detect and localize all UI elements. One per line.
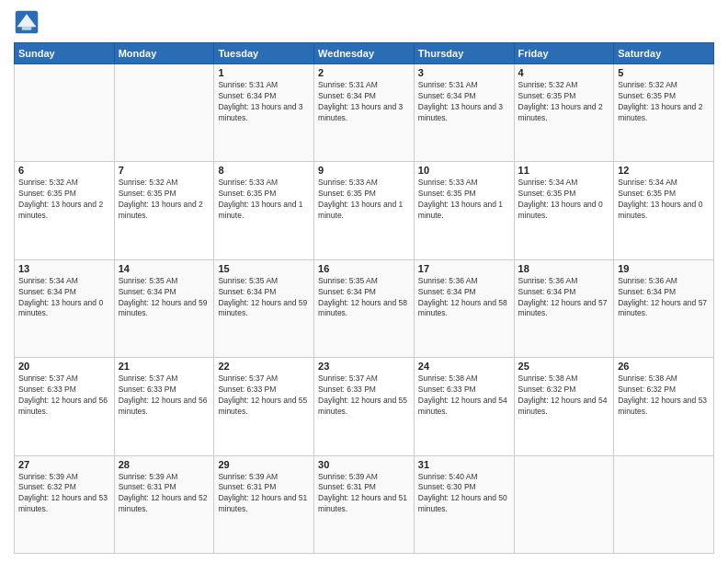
calendar-cell: 12Sunrise: 5:34 AMSunset: 6:35 PMDayligh… — [614, 162, 714, 259]
day-number: 20 — [18, 361, 110, 372]
calendar-cell: 16Sunrise: 5:35 AMSunset: 6:34 PMDayligh… — [314, 259, 415, 357]
day-number: 11 — [518, 165, 610, 176]
calendar-cell: 20Sunrise: 5:37 AMSunset: 6:33 PMDayligh… — [15, 358, 115, 455]
calendar-cell: 6Sunrise: 5:32 AMSunset: 6:35 PMDaylight… — [15, 162, 115, 259]
calendar-cell: 7Sunrise: 5:32 AMSunset: 6:35 PMDaylight… — [114, 162, 214, 259]
header — [14, 9, 714, 35]
calendar-cell: 9Sunrise: 5:33 AMSunset: 6:35 PMDaylight… — [314, 162, 415, 259]
day-info: Sunrise: 5:32 AMSunset: 6:35 PMDaylight:… — [618, 80, 710, 124]
day-number: 18 — [518, 263, 610, 274]
calendar-cell: 21Sunrise: 5:37 AMSunset: 6:33 PMDayligh… — [114, 358, 214, 455]
day-number: 29 — [218, 459, 310, 470]
day-info: Sunrise: 5:35 AMSunset: 6:34 PMDaylight:… — [119, 276, 210, 320]
weekday-header: Sunday — [15, 43, 115, 64]
day-info: Sunrise: 5:36 AMSunset: 6:34 PMDaylight:… — [518, 276, 610, 320]
calendar-cell: 4Sunrise: 5:32 AMSunset: 6:35 PMDaylight… — [514, 64, 614, 162]
calendar-table: SundayMondayTuesdayWednesdayThursdayFrid… — [14, 42, 714, 554]
calendar-cell: 17Sunrise: 5:36 AMSunset: 6:34 PMDayligh… — [414, 259, 514, 357]
calendar-cell — [114, 64, 214, 162]
calendar-cell: 18Sunrise: 5:36 AMSunset: 6:34 PMDayligh… — [514, 259, 614, 357]
day-info: Sunrise: 5:31 AMSunset: 6:34 PMDaylight:… — [418, 80, 510, 124]
day-info: Sunrise: 5:38 AMSunset: 6:33 PMDaylight:… — [418, 373, 510, 418]
day-info: Sunrise: 5:37 AMSunset: 6:33 PMDaylight:… — [318, 373, 410, 418]
day-info: Sunrise: 5:39 AMSunset: 6:32 PMDaylight:… — [18, 472, 110, 516]
day-info: Sunrise: 5:33 AMSunset: 6:35 PMDaylight:… — [318, 178, 410, 222]
day-number: 26 — [618, 361, 710, 372]
day-info: Sunrise: 5:34 AMSunset: 6:35 PMDaylight:… — [618, 178, 710, 222]
logo-icon — [14, 9, 40, 35]
calendar-cell: 28Sunrise: 5:39 AMSunset: 6:31 PMDayligh… — [114, 455, 214, 553]
day-number: 16 — [318, 263, 410, 274]
day-number: 13 — [18, 263, 110, 274]
calendar-cell: 25Sunrise: 5:38 AMSunset: 6:32 PMDayligh… — [514, 358, 614, 455]
day-info: Sunrise: 5:37 AMSunset: 6:33 PMDaylight:… — [218, 373, 310, 418]
day-info: Sunrise: 5:36 AMSunset: 6:34 PMDaylight:… — [618, 276, 710, 320]
day-info: Sunrise: 5:37 AMSunset: 6:33 PMDaylight:… — [119, 373, 210, 418]
day-info: Sunrise: 5:35 AMSunset: 6:34 PMDaylight:… — [318, 276, 410, 320]
weekday-header: Wednesday — [314, 43, 415, 64]
day-info: Sunrise: 5:34 AMSunset: 6:34 PMDaylight:… — [18, 276, 110, 320]
calendar-cell: 31Sunrise: 5:40 AMSunset: 6:30 PMDayligh… — [414, 455, 514, 553]
calendar-cell: 23Sunrise: 5:37 AMSunset: 6:33 PMDayligh… — [314, 358, 415, 455]
logo — [14, 9, 43, 35]
day-info: Sunrise: 5:31 AMSunset: 6:34 PMDaylight:… — [218, 80, 310, 124]
weekday-header: Thursday — [414, 43, 514, 64]
calendar-cell: 11Sunrise: 5:34 AMSunset: 6:35 PMDayligh… — [514, 162, 614, 259]
day-info: Sunrise: 5:37 AMSunset: 6:33 PMDaylight:… — [18, 373, 110, 418]
weekday-header: Monday — [114, 43, 214, 64]
day-number: 27 — [18, 459, 110, 470]
day-info: Sunrise: 5:35 AMSunset: 6:34 PMDaylight:… — [218, 276, 310, 320]
day-info: Sunrise: 5:33 AMSunset: 6:35 PMDaylight:… — [218, 178, 310, 222]
day-number: 5 — [618, 67, 710, 78]
calendar-cell: 29Sunrise: 5:39 AMSunset: 6:31 PMDayligh… — [214, 455, 314, 553]
calendar-cell — [15, 64, 115, 162]
day-number: 19 — [618, 263, 710, 274]
day-number: 7 — [119, 165, 210, 176]
day-number: 21 — [119, 361, 210, 372]
day-number: 6 — [18, 165, 110, 176]
day-info: Sunrise: 5:34 AMSunset: 6:35 PMDaylight:… — [518, 178, 610, 222]
day-info: Sunrise: 5:38 AMSunset: 6:32 PMDaylight:… — [518, 373, 610, 418]
day-number: 15 — [218, 263, 310, 274]
calendar-cell — [614, 455, 714, 553]
calendar-cell: 10Sunrise: 5:33 AMSunset: 6:35 PMDayligh… — [414, 162, 514, 259]
day-number: 3 — [418, 67, 510, 78]
day-number: 2 — [318, 67, 410, 78]
day-number: 1 — [218, 67, 310, 78]
calendar-cell: 2Sunrise: 5:31 AMSunset: 6:34 PMDaylight… — [314, 64, 415, 162]
day-number: 22 — [218, 361, 310, 372]
day-number: 30 — [318, 459, 410, 470]
day-info: Sunrise: 5:36 AMSunset: 6:34 PMDaylight:… — [418, 276, 510, 320]
day-number: 14 — [119, 263, 210, 274]
day-info: Sunrise: 5:39 AMSunset: 6:31 PMDaylight:… — [119, 472, 210, 516]
day-number: 4 — [518, 67, 610, 78]
day-number: 17 — [418, 263, 510, 274]
day-number: 28 — [119, 459, 210, 470]
calendar-cell: 15Sunrise: 5:35 AMSunset: 6:34 PMDayligh… — [214, 259, 314, 357]
day-info: Sunrise: 5:33 AMSunset: 6:35 PMDaylight:… — [418, 178, 510, 222]
calendar-cell: 22Sunrise: 5:37 AMSunset: 6:33 PMDayligh… — [214, 358, 314, 455]
day-number: 12 — [618, 165, 710, 176]
day-number: 8 — [218, 165, 310, 176]
calendar-cell: 27Sunrise: 5:39 AMSunset: 6:32 PMDayligh… — [15, 455, 115, 553]
day-info: Sunrise: 5:32 AMSunset: 6:35 PMDaylight:… — [119, 178, 210, 222]
weekday-header: Friday — [514, 43, 614, 64]
day-info: Sunrise: 5:40 AMSunset: 6:30 PMDaylight:… — [418, 472, 510, 516]
calendar-cell: 26Sunrise: 5:38 AMSunset: 6:32 PMDayligh… — [614, 358, 714, 455]
day-info: Sunrise: 5:32 AMSunset: 6:35 PMDaylight:… — [18, 178, 110, 222]
calendar-cell: 5Sunrise: 5:32 AMSunset: 6:35 PMDaylight… — [614, 64, 714, 162]
calendar-cell: 30Sunrise: 5:39 AMSunset: 6:31 PMDayligh… — [314, 455, 415, 553]
calendar-cell: 3Sunrise: 5:31 AMSunset: 6:34 PMDaylight… — [414, 64, 514, 162]
weekday-header: Tuesday — [214, 43, 314, 64]
calendar-cell: 24Sunrise: 5:38 AMSunset: 6:33 PMDayligh… — [414, 358, 514, 455]
day-number: 31 — [418, 459, 510, 470]
day-info: Sunrise: 5:38 AMSunset: 6:32 PMDaylight:… — [618, 373, 710, 418]
day-number: 9 — [318, 165, 410, 176]
calendar-cell: 8Sunrise: 5:33 AMSunset: 6:35 PMDaylight… — [214, 162, 314, 259]
svg-rect-2 — [22, 27, 32, 30]
page: SundayMondayTuesdayWednesdayThursdayFrid… — [0, 0, 728, 563]
calendar-cell: 19Sunrise: 5:36 AMSunset: 6:34 PMDayligh… — [614, 259, 714, 357]
calendar-cell: 1Sunrise: 5:31 AMSunset: 6:34 PMDaylight… — [214, 64, 314, 162]
day-info: Sunrise: 5:39 AMSunset: 6:31 PMDaylight:… — [218, 472, 310, 516]
day-number: 23 — [318, 361, 410, 372]
